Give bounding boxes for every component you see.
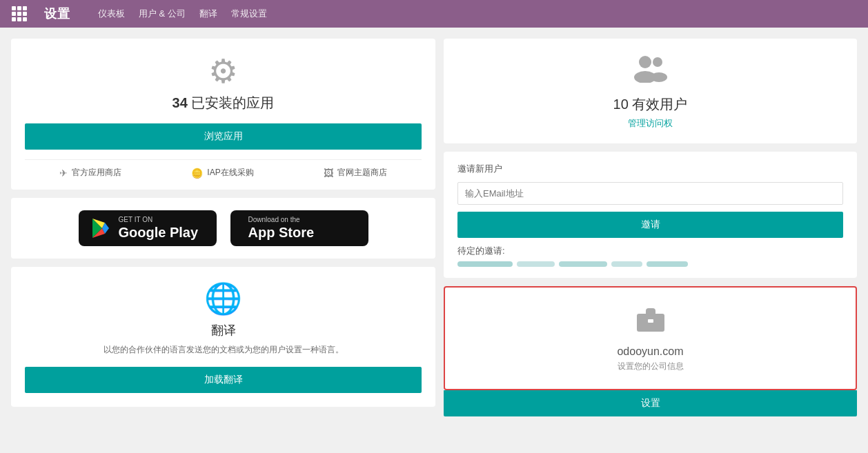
official-store-link[interactable]: ✈ 官方应用商店 [59,167,121,179]
users-card: 10 有效用户 管理访问权 [444,39,857,143]
setup-button[interactable]: 设置 [444,390,857,416]
image-icon: 🖼 [324,168,333,179]
pending-pill-3 [559,261,607,267]
apps-count: 34 [172,95,188,110]
left-column: ⚙ 34 已安装的应用 浏览应用 ✈ 官方应用商店 🪙 IAP在线采购 🖼 官网… [11,39,435,442]
grid-dots-icon [12,6,27,21]
invite-card: 邀请新用户 邀请 待定的邀请: [444,152,857,278]
pending-pills-row [457,261,843,267]
theme-store-label: 官网主题商店 [337,167,387,179]
manage-access-link[interactable]: 管理访问权 [628,118,673,128]
iap-store-link[interactable]: 🪙 IAP在线采购 [191,167,253,179]
invite-title: 邀请新用户 [457,163,843,175]
apps-count-label: 已安装的应用 [191,95,274,110]
users-count-row: 10 有效用户 [457,95,843,114]
company-section: odooyun.com 设置您的公司信息 设置 [444,286,857,416]
main-content: ⚙ 34 已安装的应用 浏览应用 ✈ 官方应用商店 🪙 IAP在线采购 🖼 官网… [0,28,868,453]
theme-store-link[interactable]: 🖼 官网主题商店 [324,167,387,179]
badges-card: GET IT ON Google Play Download on the Ap… [11,198,435,259]
invite-button[interactable]: 邀请 [457,212,843,238]
svg-rect-6 [648,319,653,323]
pending-pill-5 [647,261,688,267]
pending-pill-1 [457,261,513,267]
load-translate-button[interactable]: 加载翻译 [25,367,422,393]
right-column: 10 有效用户 管理访问权 邀请新用户 邀请 待定的邀请: [444,39,857,442]
translate-description: 以您的合作伙伴的语言发送您的文档或为您的用户设置一种语言。 [25,344,422,356]
app-store-line2: App Store [248,224,315,241]
company-card[interactable]: odooyun.com 设置您的公司信息 [444,286,857,390]
nav-link-translate[interactable]: 翻译 [199,8,217,20]
company-name: odooyun.com [459,345,842,358]
iap-store-label: IAP在线采购 [207,167,253,179]
svg-point-2 [653,57,662,67]
svg-point-4 [651,72,667,82]
briefcase-icon [459,304,842,340]
company-description: 设置您的公司信息 [459,361,842,372]
google-play-line1: GET IT ON [119,216,199,224]
nav-link-dashboard[interactable]: 仪表板 [98,8,125,20]
cart-icon: 🪙 [191,168,203,179]
google-play-text: GET IT ON Google Play [119,216,199,241]
pending-pill-4 [611,261,642,267]
translate-card: 🌐 翻译 以您的合作伙伴的语言发送您的文档或为您的用户设置一种语言。 加载翻译 [11,267,435,407]
google-play-badge[interactable]: GET IT ON Google Play [79,210,217,246]
pending-pill-2 [517,261,555,267]
app-links-row: ✈ 官方应用商店 🪙 IAP在线采购 🖼 官网主题商店 [25,159,422,179]
nav-link-settings[interactable]: 常规设置 [231,8,267,20]
users-count: 10 [613,97,629,112]
google-play-icon [90,217,112,239]
apps-count-row: 34 已安装的应用 [25,94,422,112]
gear-icon: ⚙ [25,55,422,88]
app-store-line1: Download on the [248,216,315,224]
app-title: 设置 [44,6,70,22]
official-store-label: 官方应用商店 [72,167,121,179]
email-input[interactable] [457,182,843,205]
grid-menu-button[interactable] [11,6,28,22]
google-play-line2: Google Play [119,224,199,241]
users-count-label: 有效用户 [632,97,687,112]
topnav: 设置 仪表板 用户 & 公司 翻译 常规设置 [0,0,868,28]
globe-icon: 🌐 [25,281,422,316]
browse-apps-button[interactable]: 浏览应用 [25,123,422,150]
translate-title: 翻译 [25,322,422,339]
send-icon: ✈ [59,168,68,179]
svg-point-1 [639,56,651,68]
users-icon [457,52,843,90]
nav-links: 仪表板 用户 & 公司 翻译 常规设置 [98,8,267,20]
pending-label: 待定的邀请: [457,245,843,257]
nav-link-users[interactable]: 用户 & 公司 [139,8,186,20]
app-store-text: Download on the App Store [248,216,315,241]
apps-card: ⚙ 34 已安装的应用 浏览应用 ✈ 官方应用商店 🪙 IAP在线采购 🖼 官网… [11,39,435,190]
app-store-badge[interactable]: Download on the App Store [230,210,368,246]
